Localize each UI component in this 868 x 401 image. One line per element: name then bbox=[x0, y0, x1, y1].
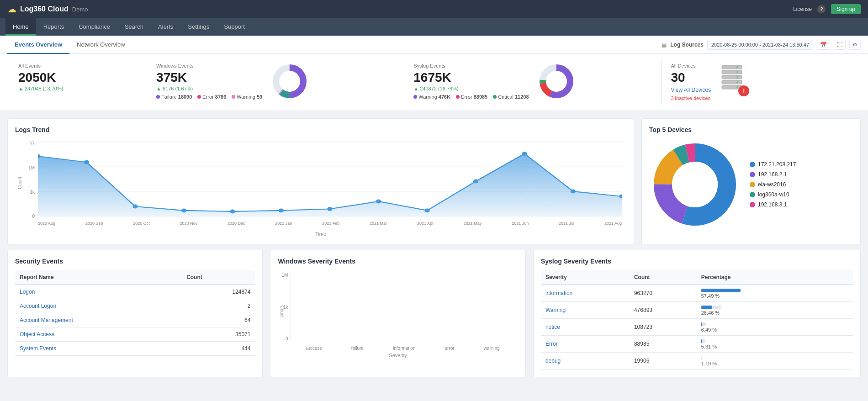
windows-error: Error 8786 bbox=[197, 94, 226, 100]
legend-item-1: 192.168.2.1 bbox=[750, 171, 796, 178]
all-events-value: 2050K bbox=[18, 70, 138, 85]
syslog-col-count: Count bbox=[630, 270, 697, 285]
calendar-button[interactable]: 📅 bbox=[817, 40, 830, 50]
bottom-row: Security Events Report Name Count Logon1… bbox=[0, 244, 868, 385]
subnav-tab-network-overview[interactable]: Network Overview bbox=[69, 36, 132, 54]
top5-donut-svg bbox=[649, 139, 741, 230]
syslog-severity-card: Syslog Severity Events Severity Count Pe… bbox=[533, 250, 861, 377]
devices-icon: ! bbox=[718, 63, 746, 96]
security-events-card: Security Events Report Name Count Logon1… bbox=[7, 250, 263, 377]
nav-tab-alerts[interactable]: Alerts bbox=[151, 18, 180, 36]
svg-point-33 bbox=[571, 190, 576, 194]
syslog-error: Error 88985 bbox=[456, 94, 487, 100]
nav-tab-home[interactable]: Home bbox=[5, 18, 36, 36]
logs-x-axis-label: Time bbox=[15, 231, 626, 237]
legend-item-4: 192.168.3.1 bbox=[750, 201, 796, 208]
svg-point-15 bbox=[736, 76, 738, 78]
legend-item-3: log360a-w10 bbox=[750, 191, 796, 198]
signup-button[interactable]: Sign up bbox=[831, 4, 861, 14]
table-row: Logon124874 bbox=[15, 285, 255, 299]
logo-text: Log360 Cloud bbox=[20, 5, 69, 13]
topbar: ☁ Log360 Cloud Demo License ? Sign up bbox=[0, 0, 868, 18]
sec-row-count: 35071 bbox=[182, 327, 255, 342]
syslog-events-block: Syslog Events 1675K ▲ 240872 (16.79%) Wa… bbox=[404, 59, 662, 105]
sec-row-name[interactable]: System Events bbox=[15, 342, 182, 356]
syslog-warning: Warning 476K bbox=[413, 94, 450, 100]
syslog-row-count: 108723 bbox=[630, 319, 697, 336]
wsev-x-axis-label: Severity bbox=[278, 353, 518, 358]
nav-tab-settings[interactable]: Settings bbox=[180, 18, 217, 36]
logo-area: ☁ Log360 Cloud Demo bbox=[7, 4, 88, 15]
sec-row-count: 64 bbox=[182, 313, 255, 327]
logs-trend-svg bbox=[38, 141, 622, 216]
view-all-devices-link[interactable]: View All Devices bbox=[671, 87, 711, 93]
help-icon[interactable]: ? bbox=[817, 5, 826, 13]
svg-point-13 bbox=[736, 66, 738, 68]
syslog-events-change: ▲ 240872 (16.79%) bbox=[413, 86, 529, 91]
svg-point-25 bbox=[181, 208, 186, 212]
syslog-row-pct: 57.49 % bbox=[697, 285, 853, 302]
windows-events-block: Windows Events 375K ▲ 6176 (1.67%) Failu… bbox=[147, 59, 404, 105]
svg-point-32 bbox=[522, 152, 527, 156]
sec-row-count: 444 bbox=[182, 342, 255, 356]
settings-button[interactable]: ⚙ bbox=[849, 40, 861, 50]
svg-point-23 bbox=[84, 160, 89, 164]
syslog-donut-chart bbox=[538, 63, 575, 101]
svg-rect-10 bbox=[722, 75, 742, 79]
svg-point-30 bbox=[424, 208, 429, 212]
syslog-row-severity[interactable]: debug bbox=[541, 353, 630, 369]
windows-severity-title: Windows Severity Events bbox=[278, 258, 518, 265]
syslog-row-severity[interactable]: Warning bbox=[541, 302, 630, 319]
syslog-severity-table: Severity Count Percentage information 96… bbox=[541, 270, 853, 369]
syslog-col-pct: Percentage bbox=[697, 270, 853, 285]
syslog-row-severity[interactable]: notice bbox=[541, 319, 630, 336]
sec-row-name[interactable]: Account Management bbox=[15, 313, 182, 327]
logs-y-axis-label: Count bbox=[17, 180, 22, 189]
main-content: Logs Trend Count 1G 1M 1k 0 bbox=[0, 111, 868, 244]
svg-point-28 bbox=[327, 207, 332, 211]
syslog-row-severity[interactable]: Error bbox=[541, 336, 630, 353]
nav-tab-reports[interactable]: Reports bbox=[36, 18, 72, 36]
svg-point-17 bbox=[736, 86, 738, 88]
nav-tab-compliance[interactable]: Compliance bbox=[71, 18, 117, 36]
all-devices-value: 30 bbox=[671, 70, 711, 85]
top5-devices-card: Top 5 Devices bbox=[641, 118, 861, 244]
license-link[interactable]: License bbox=[793, 6, 812, 12]
subnav-tab-events-overview[interactable]: Events Overview bbox=[7, 36, 69, 54]
svg-point-24 bbox=[132, 205, 138, 209]
sec-row-count: 124874 bbox=[182, 285, 255, 299]
windows-events-change: ▲ 6176 (1.67%) bbox=[156, 86, 262, 91]
sec-row-name[interactable]: Object Access bbox=[15, 327, 182, 342]
logs-y-labels: 1G 1M 1k 0 bbox=[23, 141, 35, 219]
subnav-left: Events Overview Network Overview bbox=[7, 36, 132, 54]
wsev-bars-container bbox=[291, 273, 514, 341]
table-row: Error 88985 5.31 % bbox=[541, 336, 853, 353]
all-devices-label: All Devices bbox=[671, 63, 711, 69]
windows-events-value: 375K bbox=[156, 70, 262, 85]
svg-point-41 bbox=[672, 162, 718, 207]
top5-legend: 172.21.208.217 192.168.2.1 ela-ws2016 lo… bbox=[750, 161, 796, 208]
nav-tab-support[interactable]: Support bbox=[217, 18, 252, 36]
windows-events-subs: Failure 18090 Error 8786 Warning 59 bbox=[156, 94, 262, 100]
wsev-y-axis-label: Count bbox=[280, 306, 285, 318]
syslog-row-pct: 5.31 % bbox=[697, 336, 853, 353]
fullscreen-button[interactable]: ⛶ bbox=[834, 40, 846, 50]
all-events-change: ▲ 247048 (13.70%) bbox=[18, 86, 138, 91]
svg-point-14 bbox=[736, 71, 738, 73]
sec-row-name[interactable]: Logon bbox=[15, 285, 182, 299]
sec-row-name[interactable]: Account Logon bbox=[15, 299, 182, 313]
log-sources-label[interactable]: Log Sources bbox=[670, 42, 704, 48]
sec-row-count: 2 bbox=[182, 299, 255, 313]
date-range-display: 2020-08-25 00:00:00 - 2021-08-24 13:50:4… bbox=[707, 40, 813, 50]
logo-demo: Demo bbox=[72, 6, 88, 13]
logs-trend-card: Logs Trend Count 1G 1M 1k 0 bbox=[7, 118, 634, 244]
syslog-row-pct: 1.19 % bbox=[697, 353, 853, 369]
svg-rect-9 bbox=[722, 70, 742, 74]
nav-tab-search[interactable]: Search bbox=[117, 18, 151, 36]
inactive-devices[interactable]: 3 inactive devices bbox=[671, 95, 710, 101]
top5-container: 172.21.208.217 192.168.2.1 ela-ws2016 lo… bbox=[649, 139, 853, 230]
all-devices-block: All Devices 30 View All Devices 3 inacti… bbox=[662, 59, 859, 105]
svg-point-31 bbox=[473, 179, 478, 184]
table-row: information 963270 57.49 % bbox=[541, 285, 853, 302]
syslog-row-severity[interactable]: information bbox=[541, 285, 630, 302]
